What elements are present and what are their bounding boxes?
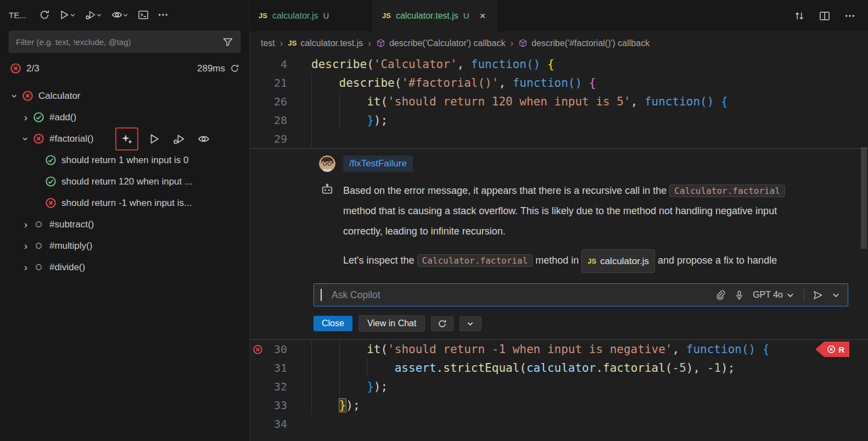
view-in-chat-button[interactable]: View in Chat <box>359 315 425 332</box>
test-tree-item[interactable]: ›#multiply() <box>0 235 249 256</box>
test-tree-item[interactable]: should return 1 when input is 0 <box>0 149 249 171</box>
watch-button[interactable] <box>110 8 131 22</box>
attach-context-icon[interactable] <box>715 290 726 300</box>
test-name: should return 120 when input ... <box>61 176 192 187</box>
test-tree-item[interactable]: should return 120 when input ... <box>0 171 249 192</box>
test-tree-item[interactable]: ›#divide() <box>0 256 249 278</box>
debug-test-icon <box>173 133 185 145</box>
pass-icon <box>45 176 57 187</box>
fail-icon <box>10 63 21 74</box>
filter-icon[interactable] <box>222 36 233 47</box>
twisty-expanded-icon[interactable]: › <box>9 89 21 103</box>
circle-x-icon <box>827 345 836 354</box>
rerun-icon[interactable] <box>230 64 239 73</box>
code-line[interactable]: 33 }); <box>250 396 868 415</box>
line-number: 4 <box>265 58 287 71</box>
run-test-button[interactable] <box>147 131 162 147</box>
breadcrumb-label: describe('#factorial()') callback <box>531 38 649 48</box>
code-line[interactable]: 32 }); <box>250 377 868 396</box>
editor-scrollbar[interactable] <box>860 0 868 441</box>
scrollbar-thumb[interactable] <box>861 147 867 249</box>
breadcrumb-separator-icon: › <box>280 38 283 49</box>
inline-chat-widget: /fixTestFailure Based on the error messa… <box>250 148 868 340</box>
breadcrumb-item[interactable]: describe('Calculator') callback <box>376 38 506 48</box>
js-icon: JS <box>259 12 267 20</box>
breadcrumb-item[interactable]: describe('#factorial()') callback <box>518 38 649 48</box>
sparkle-fix-button[interactable] <box>119 131 135 147</box>
code-line[interactable]: 34 <box>250 415 868 433</box>
code-text: assert.strictEqual(calculator.factorial(… <box>311 361 735 375</box>
line-number: 31 <box>265 361 287 375</box>
more-options-button[interactable] <box>460 316 481 331</box>
code-line[interactable]: 4describe('Calculator', function() { <box>250 55 868 74</box>
compare-button[interactable] <box>792 9 807 23</box>
output-terminal-button[interactable] <box>136 8 150 22</box>
test-tree-item[interactable]: ›#add() <box>0 107 249 128</box>
refresh-icon <box>39 9 50 20</box>
microphone-icon[interactable] <box>734 290 744 300</box>
git-status-badge: U <box>323 11 329 20</box>
chevron-down-icon <box>122 12 129 19</box>
send-icon[interactable] <box>813 290 823 300</box>
twisty-collapsed-icon[interactable]: › <box>19 111 33 124</box>
goto-test-button[interactable] <box>196 131 211 147</box>
more-button[interactable] <box>156 8 170 22</box>
test-failure-flag[interactable]: R <box>815 342 849 357</box>
code-line[interactable]: 29 <box>250 130 868 148</box>
breadcrumb-item[interactable]: test <box>261 38 275 48</box>
filter-placeholder: Filter (e.g. text, !exclude, @tag) <box>16 37 222 47</box>
code-text: describe('#factorial()', function() { <box>311 76 596 90</box>
twisty-expanded-icon[interactable]: › <box>20 132 32 146</box>
model-picker[interactable]: GPT 4o <box>753 290 796 300</box>
copilot-input[interactable]: Ask Copilot GPT 4o <box>313 283 848 306</box>
breadcrumb-item[interactable]: JScalculator.test.js <box>288 38 363 48</box>
twisty-collapsed-icon[interactable]: › <box>19 261 33 273</box>
debug-test-button[interactable] <box>171 131 187 147</box>
code-line[interactable]: 31 assert.strictEqual(calculator.factori… <box>250 359 868 377</box>
close-tab-icon[interactable]: × <box>480 10 486 21</box>
code-line[interactable]: 30 it('should return -1 when input is ne… <box>250 340 868 359</box>
refresh-button[interactable] <box>37 8 52 22</box>
line-number: 30 <box>265 343 287 356</box>
close-button[interactable]: Close <box>313 316 352 331</box>
breadcrumb-separator-icon: › <box>510 38 513 49</box>
run-all-icon <box>59 9 70 20</box>
test-filter-input[interactable]: Filter (e.g. text, !exclude, @tag) <box>9 31 240 53</box>
test-duration: 289ms <box>197 63 225 74</box>
twisty-collapsed-icon[interactable]: › <box>19 240 33 252</box>
chevron-down-icon[interactable] <box>831 290 841 300</box>
line-number: 33 <box>265 399 287 412</box>
error-marker-icon[interactable] <box>250 344 265 355</box>
test-tree-item[interactable]: ›#factorial() <box>0 128 249 149</box>
test-name: #multiply() <box>49 241 92 252</box>
file-reference-chip[interactable]: JScalculator.js <box>581 249 655 273</box>
test-tree-item[interactable]: ›#subtract() <box>0 214 249 235</box>
test-tree-item[interactable]: should return -1 when input is... <box>0 192 249 214</box>
code-line[interactable]: 28 }); <box>250 111 868 130</box>
refresh-icon <box>438 319 447 328</box>
tab-calculator-test-js[interactable]: JS calculator.test.js U × <box>373 0 497 31</box>
chat-action-buttons: Close View in Chat <box>313 315 848 332</box>
code-line[interactable]: 21 describe('#factorial()', function() { <box>250 74 868 92</box>
js-icon: JS <box>288 39 296 47</box>
not-run-icon <box>33 219 44 230</box>
run-all-button[interactable] <box>57 8 78 22</box>
debug-all-button[interactable] <box>83 8 104 22</box>
git-status-badge: U <box>463 11 469 20</box>
slash-command-chip[interactable]: /fixTestFailure <box>343 155 413 172</box>
breadcrumb-label: describe('Calculator') callback <box>389 38 506 48</box>
js-icon: JS <box>587 251 596 271</box>
test-tree-item[interactable]: ›Calculator <box>0 85 249 107</box>
split-editor-button[interactable] <box>817 9 832 23</box>
sparkle-fix-icon <box>121 133 133 145</box>
regenerate-button[interactable] <box>431 316 453 331</box>
line-number: 21 <box>265 76 287 90</box>
chat-response-row-2: Let's inspect the Calculator.factorial m… <box>319 249 848 276</box>
code-line[interactable]: 26 it('should return 120 when input is 5… <box>250 92 868 111</box>
twisty-collapsed-icon[interactable]: › <box>19 219 33 231</box>
tab-label: calculator.js <box>272 11 318 21</box>
tab-calculator-js[interactable]: JS calculator.js U <box>250 0 373 31</box>
chevron-down-icon <box>69 12 76 19</box>
breadcrumb-label: test <box>261 38 275 48</box>
more-button[interactable] <box>843 9 857 23</box>
